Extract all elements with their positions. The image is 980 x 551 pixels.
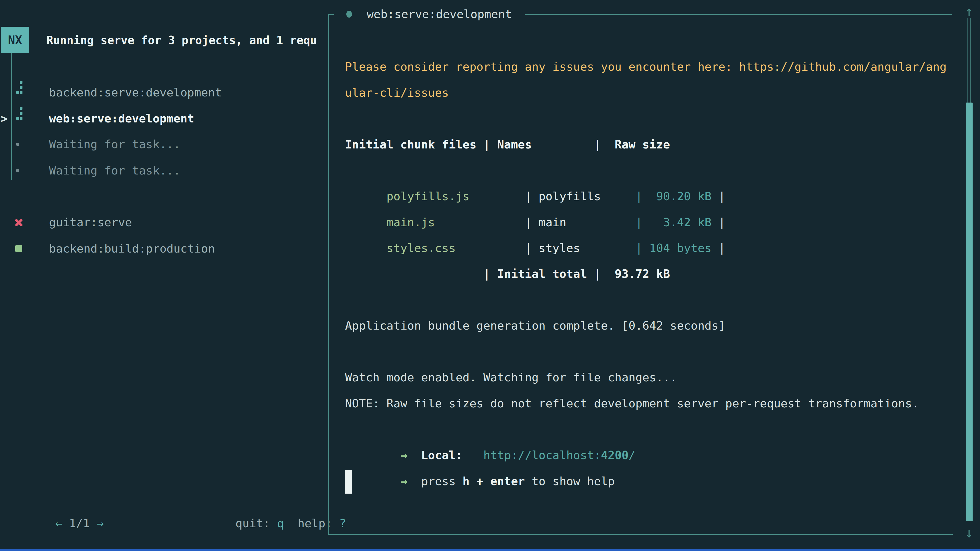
chunk-file-name: styles.css [387, 241, 525, 255]
bundle-complete-line: Application bundle generation complete. … [345, 313, 725, 339]
scroll-up-arrow-icon[interactable]: ↑ [961, 3, 977, 19]
page-title: Running serve for 3 projects, and 1 requ [46, 33, 327, 48]
help-hint-line: → press h + enter to show help [345, 442, 615, 468]
scrollbar-thumb[interactable] [966, 103, 973, 521]
terminal-cursor [345, 470, 352, 494]
pagination: ← 1/1 → [14, 502, 103, 516]
selected-task-caret-icon: > [0, 111, 8, 126]
indent [387, 475, 401, 488]
nx-logo: NX [1, 27, 29, 53]
table-row: main.js | main | 3.42 kB | [345, 183, 725, 210]
table-row: styles.css | styles | 104 bytes | [345, 209, 725, 235]
url-suffix: / [628, 448, 635, 462]
panel-border-bottom [328, 534, 953, 535]
task-tree-line [11, 53, 12, 180]
panel-border-left [328, 14, 329, 535]
scroll-down-arrow-icon[interactable]: ↓ [961, 525, 977, 541]
page-prev-arrow-icon[interactable]: ← [56, 516, 62, 530]
task-item-web-serve-development[interactable]: web:serve:development [49, 111, 194, 126]
spinner-icon [16, 107, 23, 120]
table-row: polyfills.js | polyfills | 90.20 kB | [345, 157, 725, 183]
watch-mode-line: Watch mode enabled. Watching for file ch… [345, 365, 677, 391]
scrollbar-track[interactable] [967, 18, 970, 103]
task-item-guitar-serve[interactable]: guitar:serve [49, 215, 132, 230]
waiting-dot-icon [16, 169, 19, 172]
chunk-table-header: Initial chunk files | Names | Raw size [345, 132, 670, 158]
page-next-arrow-icon[interactable]: → [97, 516, 103, 530]
task-item-backend-build-production[interactable]: backend:build:production [49, 241, 215, 256]
gap [407, 475, 421, 488]
task-item-waiting-2[interactable]: Waiting for task... [49, 164, 180, 178]
task-item-backend-serve-development[interactable]: backend:serve:development [49, 86, 222, 100]
waiting-dot-icon [16, 143, 19, 146]
taskbar-strip [0, 549, 980, 551]
task-status-dot-icon [346, 11, 352, 17]
row-tail-pipe: | [711, 241, 725, 255]
chunk-raw-size: | 104 bytes [635, 241, 711, 255]
note-line: NOTE: Raw file sizes do not reflect deve… [345, 391, 919, 416]
angular-issues-notice-line2: ular-cli/issues [345, 80, 449, 106]
spinner-icon [16, 81, 23, 94]
nx-logo-text: NX [8, 33, 22, 47]
panel-border-top-seg2 [525, 14, 952, 15]
panel-title: web:serve:development [367, 7, 512, 21]
initial-total-row: | Initial total | 93.72 kB [345, 261, 670, 287]
help-hint-keys: h + enter [463, 475, 525, 488]
nx-tui-window: NX Running serve for 3 projects, and 1 r… [0, 0, 980, 551]
task-success-square-icon [15, 245, 22, 252]
task-failed-x-icon [14, 218, 24, 227]
angular-issues-notice-line1: Please consider reporting any issues you… [345, 54, 947, 80]
key-hints: quit: q help: ? [194, 502, 346, 516]
quit-label: quit: [235, 516, 277, 530]
chunk-name: | styles [525, 241, 635, 255]
local-url-line: → Local: http://localhost:4200/ [345, 416, 635, 442]
page-indicator: 1/1 [69, 516, 90, 530]
arrow-right-icon: → [401, 475, 407, 488]
quit-key: q [277, 516, 284, 530]
help-hint-pre: press [421, 475, 463, 488]
help-label: help: [284, 516, 339, 530]
panel-border-top-seg1 [328, 14, 334, 15]
task-item-waiting-1[interactable]: Waiting for task... [49, 137, 180, 151]
help-hint-post: to show help [525, 475, 614, 488]
